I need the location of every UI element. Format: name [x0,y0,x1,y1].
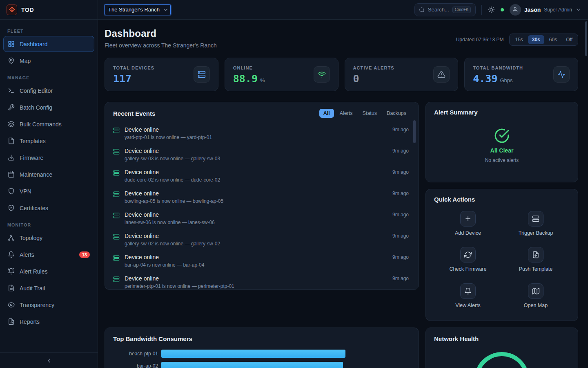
user-menu[interactable]: Jason Super Admin [510,4,581,16]
event-row[interactable]: Device onlineperimeter-ptp-01 is now onl… [113,272,409,289]
quick-action-check-firmware[interactable]: Check Firmware [450,247,487,272]
sidebar-item-label: Alerts [20,251,34,258]
event-detail: bowling-ap-05 is now online — bowling-ap… [125,198,388,204]
alert-triangle-icon [437,70,445,79]
sidebar-item-config-editor[interactable]: Config Editor [3,83,94,99]
stat-card-total-bandwidth: TOTAL BANDWIDTH4.39Gbps [464,58,578,91]
sidebar-item-transparency[interactable]: Transparency [3,297,94,313]
quick-action-open-map[interactable]: Open Map [524,283,548,308]
quick-actions-grid: Add DeviceTrigger BackupCheck FirmwarePu… [434,205,570,314]
quick-action-view-alerts[interactable]: View Alerts [455,283,481,308]
connection-status-dot [501,8,504,11]
event-detail: lanes-sw-06 is now online — lanes-sw-06 [125,220,388,225]
sidebar-item-alerts[interactable]: Alerts13 [3,247,94,263]
event-row[interactable]: Device onlineyard-ptp-01 is now online —… [113,123,409,144]
bandwidth-bars: beach-ptp-01bar-ap-02 [113,350,410,368]
sidebar-item-label: Config Editor [20,88,53,94]
map-icon [532,287,539,295]
events-tab-backups[interactable]: Backups [383,109,410,118]
event-title: Device online [125,126,388,133]
sidebar-section-label: FLEET [7,29,90,34]
app-logo-icon [7,4,17,15]
sidebar-item-map[interactable]: Map [3,53,94,69]
event-time: 9m ago [392,233,409,239]
refresh-interval-60s-button[interactable]: 60s [545,35,561,44]
quick-action-add-device[interactable]: Add Device [455,211,481,236]
stat-cards-row: TOTAL DEVICES117ONLINE88.9%ACTIVE ALERTS… [105,58,578,91]
server-icon [113,255,120,261]
file-icon [8,137,15,144]
site-selector[interactable]: The Stranger's Ranch [105,4,171,15]
events-tab-all[interactable]: All [319,109,334,118]
event-detail: perimeter-ptp-01 is now online — perimet… [125,283,388,289]
refresh-interval-off-button[interactable]: Off [562,35,577,44]
quick-actions-card: Quick Actions Add DeviceTrigger BackupCh… [425,189,578,321]
search-input[interactable]: Search... Cmd+K [414,3,476,16]
last-updated-text: Updated 07:36:13 PM [456,37,504,43]
server-icon [113,170,120,176]
sidebar-item-maintenance[interactable]: Maintenance [3,166,94,182]
grid-icon [8,40,15,47]
file-text-icon [8,285,15,292]
server-icon [113,276,120,283]
stat-card-active-alerts: ACTIVE ALERTS0 [345,58,459,91]
search-placeholder: Search... [428,7,449,13]
sidebar-item-dashboard[interactable]: Dashboard [3,36,94,52]
quick-action-push-template[interactable]: Push Template [519,247,552,272]
events-tab-alerts[interactable]: Alerts [336,109,357,118]
events-tab-status[interactable]: Status [359,109,381,118]
sidebar-item-label: Audit Trail [20,285,45,292]
sidebar-item-certificates[interactable]: Certificates [3,200,94,216]
event-row[interactable]: Device onlinebowling-ap-05 is now online… [113,186,409,208]
sidebar-collapse-button[interactable] [0,352,98,368]
event-row[interactable]: Device onlinedude-core-02 is now online … [113,165,409,186]
event-title: Device online [125,233,388,239]
search-shortcut-badge: Cmd+K [452,7,471,13]
event-detail: dude-core-02 is now online — dude-core-0… [125,177,388,183]
sidebar-item-firmware[interactable]: Firmware [3,150,94,166]
refresh-interval-15s-button[interactable]: 15s [511,35,527,44]
divider [481,5,482,15]
sidebar-item-audit-trail[interactable]: Audit Trail [3,280,94,296]
theme-toggle-button[interactable] [488,6,495,13]
search-icon [419,7,425,13]
refresh-interval-segmented-control: 15s30s60sOff [509,34,578,46]
event-row[interactable]: Device onlinegallery-sw-02 is now online… [113,229,409,250]
quick-action-label: Trigger Backup [519,230,553,236]
bandwidth-bar [161,350,345,358]
topbar: TOD The Stranger's Ranch Search... Cmd+K [0,0,588,20]
top-bandwidth-title: Top Bandwidth Consumers [113,335,192,342]
event-title: Device online [125,275,388,282]
sidebar-item-batch-config[interactable]: Batch Config [3,99,94,115]
event-time: 9m ago [392,212,409,218]
sidebar-item-alert-rules[interactable]: Alert Rules [3,263,94,279]
quick-action-trigger-backup[interactable]: Trigger Backup [519,211,553,236]
sidebar-item-topology[interactable]: Topology [3,230,94,246]
sidebar-item-bulk-commands[interactable]: Bulk Commands [3,116,94,132]
sidebar-item-reports[interactable]: Reports [3,314,94,330]
event-title: Device online [125,211,388,218]
event-row[interactable]: Device onlinegallery-sw-03 is now online… [113,144,409,165]
event-title: Device online [125,190,388,197]
sidebar-item-label: Transparency [20,302,54,308]
sidebar-item-label: Alert Rules [20,268,47,275]
sidebar-item-label: Firmware [20,155,43,161]
sidebar-item-label: Bulk Commands [20,121,62,128]
network-health-title: Network Health [434,335,479,342]
sidebar-item-label: VPN [20,188,31,195]
sidebar-item-templates[interactable]: Templates [3,133,94,149]
sidebar-item-vpn[interactable]: VPN [3,183,94,199]
wifi-icon [318,70,326,79]
events-scrollbar[interactable] [413,120,416,143]
main-content: Dashboard Fleet overview across The Stra… [98,20,588,368]
event-row[interactable]: Device onlinebar-ap-04 is now online — b… [113,250,409,272]
page-scrollbar[interactable] [585,21,587,56]
refresh-interval-30s-button[interactable]: 30s [528,35,544,44]
site-selector-wrap: The Stranger's Ranch [105,4,171,15]
sun-icon [488,6,495,13]
stat-unit: Gbps [500,77,512,83]
event-detail: bar-ap-04 is now online — bar-ap-04 [125,262,388,268]
bandwidth-device-label: bar-ap-02 [113,363,158,368]
event-title: Device online [125,169,388,175]
event-row[interactable]: Device onlinelanes-sw-06 is now online —… [113,208,409,229]
